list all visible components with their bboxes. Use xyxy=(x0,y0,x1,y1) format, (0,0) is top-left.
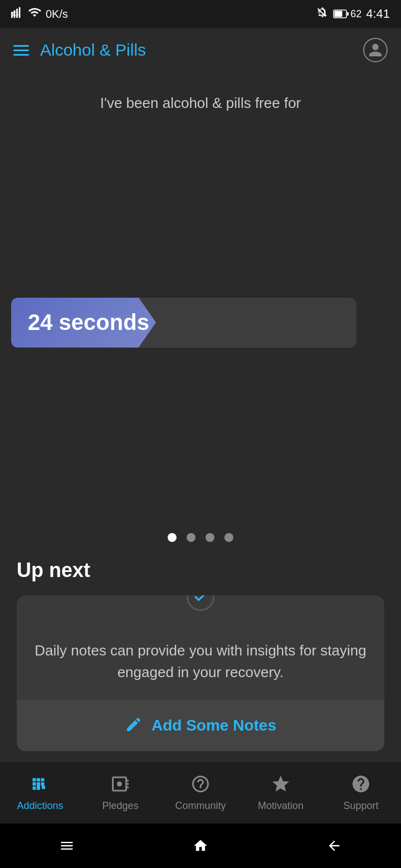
pledges-icon xyxy=(110,774,130,797)
timer-bar-container: 24 seconds xyxy=(11,298,356,348)
motivation-label: Motivation xyxy=(258,800,304,812)
card-header-spacer xyxy=(17,595,384,612)
nav-item-motivation[interactable]: Motivation xyxy=(241,774,321,812)
addictions-label: Addictions xyxy=(17,800,63,812)
up-next-card: Daily notes can provide you with insight… xyxy=(17,595,384,751)
android-back-button[interactable] xyxy=(317,829,351,862)
svg-rect-7 xyxy=(347,12,349,16)
svg-rect-1 xyxy=(11,12,13,18)
profile-button[interactable] xyxy=(363,38,388,62)
motivation-icon xyxy=(271,774,291,797)
battery-level: 62 xyxy=(350,8,361,20)
network-speed: 0K/s xyxy=(46,8,68,21)
app-title: Alcohol & Pills xyxy=(40,41,146,60)
support-icon xyxy=(351,774,371,797)
community-icon xyxy=(190,774,211,797)
time-display: 4:41 xyxy=(366,7,390,21)
community-label: Community xyxy=(175,800,226,812)
notifications-muted-icon xyxy=(316,6,329,22)
addictions-icon xyxy=(30,774,50,797)
signal-icon: 4G xyxy=(11,7,23,22)
support-label: Support xyxy=(343,800,378,812)
app-bar-left: Alcohol & Pills xyxy=(13,41,146,60)
carousel-dot-3[interactable] xyxy=(206,533,214,542)
up-next-section: Up next Daily notes can provide you with… xyxy=(0,559,401,762)
check-icon-container xyxy=(187,595,214,611)
wifi-icon xyxy=(28,6,41,22)
check-icon xyxy=(193,595,208,604)
android-menu-button[interactable] xyxy=(50,829,84,862)
svg-rect-4 xyxy=(19,7,21,17)
status-left: 4G 0K/s xyxy=(11,6,68,22)
edit-icon-svg xyxy=(125,716,143,733)
battery-icon: 62 xyxy=(333,8,361,20)
android-nav-bar xyxy=(0,823,401,868)
svg-rect-2 xyxy=(14,10,16,18)
carousel-dot-1[interactable] xyxy=(168,533,177,542)
subtitle-text: I've been alcohol & pills free for xyxy=(0,89,401,117)
add-notes-label: Add Some Notes xyxy=(151,717,276,734)
up-next-title: Up next xyxy=(17,559,384,582)
app-bar: Alcohol & Pills xyxy=(0,28,401,72)
timer-display: 24 seconds xyxy=(28,310,149,335)
status-right: 62 4:41 xyxy=(316,6,390,22)
carousel-dot-2[interactable] xyxy=(187,533,195,542)
card-body: Daily notes can provide you with insight… xyxy=(17,612,384,700)
nav-item-support[interactable]: Support xyxy=(321,774,401,812)
timer-area: 24 seconds xyxy=(0,129,401,516)
bottom-nav: Addictions Pledges Community Motivation xyxy=(0,762,401,823)
svg-rect-3 xyxy=(16,8,18,18)
menu-button[interactable] xyxy=(13,45,29,56)
add-notes-button[interactable]: Add Some Notes xyxy=(17,700,384,751)
status-bar: 4G 0K/s 62 4:41 xyxy=(0,0,401,28)
nav-item-pledges[interactable]: Pledges xyxy=(80,774,160,812)
carousel-dots xyxy=(0,516,401,559)
android-home-button[interactable] xyxy=(184,829,217,862)
nav-item-community[interactable]: Community xyxy=(160,774,241,812)
svg-rect-6 xyxy=(335,11,343,17)
carousel-dot-4[interactable] xyxy=(224,533,233,542)
nav-item-addictions[interactable]: Addictions xyxy=(0,774,80,812)
card-body-text: Daily notes can provide you with insight… xyxy=(33,640,368,683)
edit-icon xyxy=(125,716,143,736)
main-content: I've been alcohol & pills free for 24 se… xyxy=(0,72,401,762)
timer-bar-fill: 24 seconds xyxy=(11,298,156,348)
pledges-label: Pledges xyxy=(102,800,138,812)
